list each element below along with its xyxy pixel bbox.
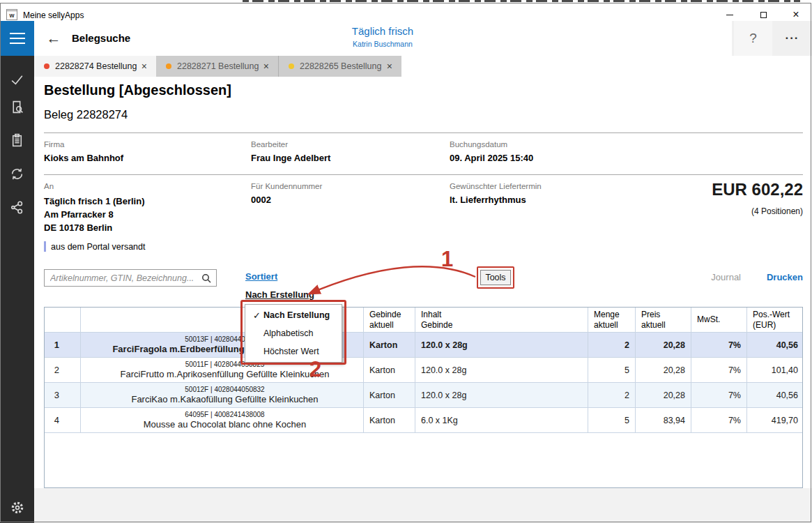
search-input[interactable] — [45, 273, 201, 283]
mwst-cell: 7% — [691, 408, 747, 432]
article-search — [44, 269, 217, 287]
titlebar: w Meine sellyApps × — [0, 3, 812, 21]
inhalt-cell: 6.0 x 1Kg — [415, 408, 588, 432]
sidebar-item-tasks[interactable] — [0, 68, 34, 91]
maximize-icon — [760, 12, 767, 18]
tab-22828271[interactable]: 22828271 Bestellung × — [156, 56, 278, 77]
share-network-icon — [10, 200, 24, 215]
article-code: 64095F | 4008241438008 — [185, 411, 264, 418]
sort-dropdown-menu: ✓ Nach Erstellung Alphabetisch Höchster … — [245, 304, 342, 363]
header-gebinde: Gebindeaktuell — [364, 308, 415, 332]
gebinde-cell: Karton — [364, 358, 415, 382]
menu-item-label: Nach Erstellung — [263, 310, 330, 320]
sidebar-item-share[interactable] — [0, 195, 34, 219]
wert-cell: 419,70 — [747, 408, 804, 432]
check-icon — [10, 73, 24, 87]
table-row[interactable]: 4 64095F | 4008241438008 Mousse au Choco… — [45, 408, 802, 433]
mwst-cell: 7% — [691, 333, 747, 357]
article-cell: 64095F | 4008241438008 Mousse au Chocola… — [81, 408, 364, 432]
firma-label: Firma — [44, 140, 64, 149]
bearbeiter-label: Bearbeiter — [251, 140, 288, 149]
hamburger-menu-button[interactable] — [0, 21, 34, 56]
article-name: FarciFrutto m.Aprikosenfüllung Gefüllte … — [121, 369, 330, 379]
inhalt-cell: 120.0 x 28g — [415, 383, 588, 407]
store-name: Täglich frisch — [34, 25, 731, 37]
status-note-text: aus dem Portal versandt — [51, 242, 146, 252]
status-dot-yellow — [289, 63, 294, 69]
annotation-arrow — [300, 255, 481, 300]
tools-button[interactable]: Tools — [480, 270, 511, 285]
sync-icon — [10, 167, 24, 181]
table-row[interactable]: 3 50012F | 4028044050832 FarciKao m.Kaka… — [45, 383, 802, 408]
menge-cell: 2 — [588, 333, 636, 357]
annotation-box-tools: Tools — [477, 266, 514, 289]
inhalt-cell: 120.0 x 28g — [415, 358, 588, 382]
clipped-text-artifact — [243, 0, 800, 2]
sidebar-item-sync[interactable] — [0, 162, 34, 185]
header-pos — [45, 308, 81, 332]
tab-close-icon[interactable]: × — [139, 61, 149, 72]
table-row[interactable]: 2 50011F | 4028044050825 FarciFrutto m.A… — [45, 358, 802, 383]
tab-label: 22828271 Bestellung — [177, 61, 259, 71]
table-row[interactable]: 1 50013F | 4028044050856 FarciFragola m.… — [45, 333, 802, 358]
status-dot-red — [44, 63, 49, 69]
table-header-row: Gebindeaktuell InhaltGebinde Mengeaktuel… — [45, 308, 802, 333]
tab-22828265[interactable]: 22828265 Bestellung × — [278, 56, 401, 77]
menu-item-label: Alphabetisch — [263, 328, 314, 338]
menge-cell: 2 — [588, 383, 636, 407]
more-options-button[interactable]: ··· — [772, 21, 812, 56]
checkmark-icon: ✓ — [245, 310, 263, 321]
kundennummer-label: Für Kundennummer — [251, 182, 322, 190]
help-icon: ? — [749, 31, 757, 46]
mwst-cell: 7% — [691, 383, 747, 407]
preis-cell: 20,28 — [636, 383, 691, 407]
gebinde-cell: Karton — [364, 333, 415, 357]
sortiert-link[interactable]: Sortiert — [245, 271, 277, 282]
status-dot-orange — [166, 63, 171, 69]
tab-close-icon[interactable]: × — [261, 61, 271, 72]
an-label: An — [44, 182, 54, 190]
menge-cell: 5 — [588, 408, 636, 432]
address-line: DE 10178 Berlin — [44, 221, 144, 234]
tab-label: 22828265 Bestellung — [300, 61, 381, 71]
header-menge: Mengeaktuell — [588, 308, 636, 332]
total-positions: (4 Positionen) — [751, 206, 803, 216]
document-number: Beleg 22828274 — [44, 108, 128, 121]
menu-item-hoechster-wert[interactable]: Höchster Wert — [245, 342, 342, 361]
article-code: 50012F | 4028044050832 — [185, 386, 264, 393]
preis-cell: 20,28 — [636, 358, 691, 382]
user-name: Katrin Buschmann — [34, 40, 731, 48]
tab-22828274[interactable]: 22828274 Bestellung × — [34, 56, 156, 77]
sidebar-item-clipboard[interactable] — [0, 128, 34, 152]
inhalt-cell: 120.0 x 28g — [415, 333, 588, 357]
help-button[interactable]: ? — [734, 21, 772, 56]
journal-link[interactable]: Journal — [711, 272, 741, 282]
menu-item-alphabetisch[interactable]: Alphabetisch — [245, 324, 342, 342]
article-name: FarciKao m.Kakaofüllung Gefüllte Kleinku… — [131, 394, 318, 404]
app-title: Meine sellyApps — [23, 10, 84, 20]
gebinde-cell: Karton — [364, 383, 415, 407]
status-marker — [44, 241, 46, 252]
wert-cell: 101,40 — [747, 358, 804, 382]
drucken-link[interactable]: Drucken — [767, 272, 803, 282]
tab-close-icon[interactable]: × — [385, 61, 394, 72]
close-icon: × — [792, 8, 799, 21]
buchungsdatum-label: Buchungsdatum — [450, 140, 507, 149]
tabstrip: 22828274 Bestellung × 22828271 Bestellun… — [34, 56, 401, 77]
sidebar-item-belegsuche[interactable] — [0, 95, 34, 119]
search-icon — [201, 273, 211, 283]
positions-table: Gebindeaktuell InhaltGebinde Mengeaktuel… — [44, 307, 803, 488]
liefertermin-value: lt. Lieferrhythmus — [450, 195, 526, 205]
gear-icon — [10, 500, 25, 515]
header-inhalt: InhaltGebinde — [415, 308, 588, 332]
pos-cell: 4 — [45, 408, 81, 432]
article-name: Mousse au Chocolat blanc ohne Kochen — [144, 419, 306, 430]
sidebar-item-settings[interactable] — [0, 496, 34, 520]
minimize-icon — [726, 15, 733, 15]
app-icon: w — [6, 9, 17, 20]
account-info[interactable]: Täglich frisch Katrin Buschmann — [34, 25, 731, 48]
liefertermin-label: Gewünschter Liefertermin — [450, 182, 542, 190]
header-mwst: MwSt. — [691, 308, 747, 332]
pos-cell: 1 — [45, 333, 81, 357]
menu-item-nach-erstellung[interactable]: ✓ Nach Erstellung — [245, 306, 342, 324]
